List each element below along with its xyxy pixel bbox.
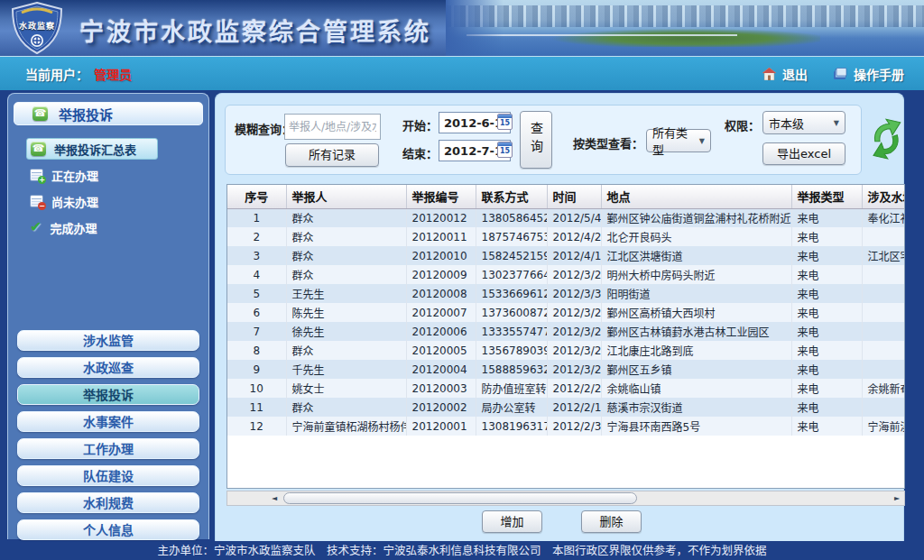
cell-contact: 15888596325 xyxy=(476,360,547,379)
cell-report-no: 20120011 xyxy=(406,227,476,246)
sidebar-item-in-progress[interactable]: + 正在办理 xyxy=(30,164,208,186)
cell-index[interactable]: 11 xyxy=(227,398,286,417)
table-row[interactable]: 12 宁海前童镇柘湖杨村杨伟林 20120001 13081963176 201… xyxy=(227,417,905,436)
table-row[interactable]: 5 王先生 20120008 15336696121 2012/3/31 阳明街… xyxy=(227,284,905,303)
cell-time: 2012/2/23 xyxy=(547,379,601,398)
column-header-index[interactable]: 序号 xyxy=(227,185,286,208)
cell-waters: 宁海前溪 xyxy=(862,417,905,436)
delete-button[interactable]: 删除 xyxy=(581,510,642,533)
sidebar-menu-item[interactable]: 工作办理 xyxy=(17,438,199,459)
sidebar-menu-item[interactable]: 队伍建设 xyxy=(17,465,199,486)
cell-report-no: 20120005 xyxy=(406,341,476,360)
cell-index[interactable]: 10 xyxy=(227,379,286,398)
column-header-contact[interactable]: 联系方式 xyxy=(476,185,547,208)
sidebar-section-title: 举报投诉 xyxy=(59,105,113,124)
sidebar-item-complaint-summary[interactable]: ☎ 举报投诉汇总表 xyxy=(26,138,158,160)
permission-select-value: 市本级 xyxy=(769,115,804,132)
cell-contact: 15824521597 xyxy=(476,246,547,265)
sidebar-section-header[interactable]: ☎ 举报投诉 xyxy=(14,102,203,125)
logout-button[interactable]: 退出 xyxy=(762,65,808,83)
app-header: 水政监察 宁波市水政监察综合管理系统 xyxy=(0,0,924,56)
sidebar-menu-item[interactable]: 举报投诉 xyxy=(17,384,199,405)
all-records-button[interactable]: 所有记录 xyxy=(285,143,379,167)
cell-time: 2012/3/29 xyxy=(547,265,601,284)
sidebar-menu-item[interactable]: 水事案件 xyxy=(17,411,199,432)
cell-index[interactable]: 3 xyxy=(227,246,286,265)
calendar-icon[interactable]: 15 xyxy=(497,142,513,158)
cell-waters xyxy=(862,341,905,360)
cell-index[interactable]: 5 xyxy=(227,284,286,303)
scroll-right-arrow-icon[interactable]: ► xyxy=(890,491,904,505)
sidebar-menu-item[interactable]: 水利规费 xyxy=(17,492,199,513)
current-user-name: 管理员 xyxy=(94,65,132,83)
cell-type: 来电 xyxy=(791,227,862,246)
cell-waters xyxy=(862,303,905,322)
table-row[interactable]: 9 千先生 20120004 15888596325 2012/3/23 鄞州区… xyxy=(227,360,905,379)
add-button[interactable]: 增加 xyxy=(482,510,542,533)
export-excel-button[interactable]: 导出excel xyxy=(762,142,845,165)
cell-index[interactable]: 8 xyxy=(227,341,286,360)
column-header-waters[interactable]: 涉及水域 xyxy=(862,185,905,208)
calendar-icon[interactable]: 15 xyxy=(497,114,513,130)
cell-index[interactable]: 4 xyxy=(227,265,286,284)
cell-contact: 局办公室转 xyxy=(476,398,547,417)
table-row[interactable]: 7 徐先生 20120006 13335574778 2012/3/29 鄞州区… xyxy=(227,322,905,341)
table-row[interactable]: 1 群众 20120012 13805864528 2012/5/4 鄞州区钟公… xyxy=(227,208,905,227)
table-row[interactable]: 10 姚女士 20120003 防办值班室转 2012/2/23 余姚临山镇 来… xyxy=(227,379,905,398)
cell-reporter: 宁海前童镇柘湖杨村杨伟林 xyxy=(286,417,406,436)
permission-select[interactable]: 市本级 ▼ xyxy=(762,111,845,134)
table-row[interactable]: 8 群众 20120005 13567890390 2012/3/26 江北康庄… xyxy=(227,341,905,360)
chevron-down-icon: ▼ xyxy=(834,119,839,127)
cell-time: 2012/5/4 xyxy=(547,208,601,227)
user-bar: 当前用户： 管理员 退出 操作手册 xyxy=(0,56,924,90)
sidebar-item-completed[interactable]: ✔ 完成办理 xyxy=(30,216,208,238)
fuzzy-search-input[interactable] xyxy=(284,114,381,140)
table-row[interactable]: 4 群众 20120009 13023776649 2012/3/29 明州大桥… xyxy=(227,265,905,284)
column-header-report-no[interactable]: 举报编号 xyxy=(406,185,476,208)
cell-index[interactable]: 9 xyxy=(227,360,286,379)
query-button[interactable]: 查询 xyxy=(520,111,552,169)
type-select[interactable]: 所有类型 ▼ xyxy=(646,129,711,152)
table-row[interactable]: 6 陈先生 20120007 13736008729 2012/3/29 鄞州区… xyxy=(227,303,905,322)
sidebar-menu-item[interactable]: 个人信息 xyxy=(17,519,199,540)
cell-contact: 防办值班室转 xyxy=(476,379,547,398)
sidebar-item-label: 完成办理 xyxy=(50,219,97,236)
column-header-time[interactable]: 时间 xyxy=(547,185,601,208)
sidebar-menu-item[interactable]: 涉水监管 xyxy=(17,330,199,351)
cell-index[interactable]: 1 xyxy=(227,208,286,227)
table-row[interactable]: 3 群众 20120010 15824521597 2012/4/17 江北区洪… xyxy=(227,246,905,265)
cell-location: 江北康庄北路到底 xyxy=(601,341,791,360)
column-header-location[interactable]: 地点 xyxy=(601,185,791,208)
scrollbar-thumb[interactable] xyxy=(283,492,637,504)
cell-index[interactable]: 12 xyxy=(227,417,286,436)
cell-time: 2012/3/23 xyxy=(547,360,601,379)
permission-label: 权限： xyxy=(725,116,760,133)
cell-location: 明州大桥中房码头附近 xyxy=(601,265,791,284)
sidebar-item-not-started[interactable]: − 尚未办理 xyxy=(30,190,208,212)
cell-waters xyxy=(862,360,905,379)
table-row[interactable]: 11 群众 20120002 局办公室转 2012/2/10 慈溪市宗汉街道 来… xyxy=(227,398,905,417)
app-window: 水政监察 宁波市水政监察综合管理系统 当前用户： 管理员 退出 xyxy=(0,0,924,560)
cell-index[interactable]: 6 xyxy=(227,303,286,322)
sidebar: ☎ 举报投诉 ☎ 举报投诉汇总表 + 正在办理 − 尚未办理 ✔ 完成办理 xyxy=(7,93,209,539)
type-select-value: 所有类型 xyxy=(652,124,699,158)
cell-report-no: 20120009 xyxy=(406,265,476,284)
column-header-type[interactable]: 举报类型 xyxy=(791,185,862,208)
sidebar-menu-item[interactable]: 水政巡查 xyxy=(17,357,199,378)
check-icon: ✔ xyxy=(30,220,42,234)
cell-reporter: 群众 xyxy=(286,208,406,227)
complaints-table-container: 序号 举报人 举报编号 联系方式 时间 地点 举报类型 涉及水域 1 xyxy=(226,184,905,489)
scroll-left-arrow-icon[interactable]: ◄ xyxy=(267,491,282,505)
manual-button[interactable]: 操作手册 xyxy=(833,65,904,83)
cell-location: 鄞州区高桥镇大西坝村 xyxy=(601,303,791,322)
column-header-reporter[interactable]: 举报人 xyxy=(286,185,406,208)
cell-location: 慈溪市宗汉街道 xyxy=(601,398,791,417)
table-row[interactable]: 2 群众 20120011 18757467537 2012/4/23 北仑开良… xyxy=(227,227,905,246)
horizontal-scrollbar[interactable]: ◄ ► xyxy=(226,491,905,506)
cell-index[interactable]: 7 xyxy=(227,322,286,341)
cell-contact: 13567890390 xyxy=(476,341,547,360)
refresh-icon[interactable] xyxy=(867,115,905,164)
cell-index[interactable]: 2 xyxy=(227,227,286,246)
filter-panel: 模糊查询： 所有记录 开始： 15 结束： 15 查询 按类型查看： 所有类型 … xyxy=(225,105,862,175)
table-add-icon: + xyxy=(30,169,43,181)
